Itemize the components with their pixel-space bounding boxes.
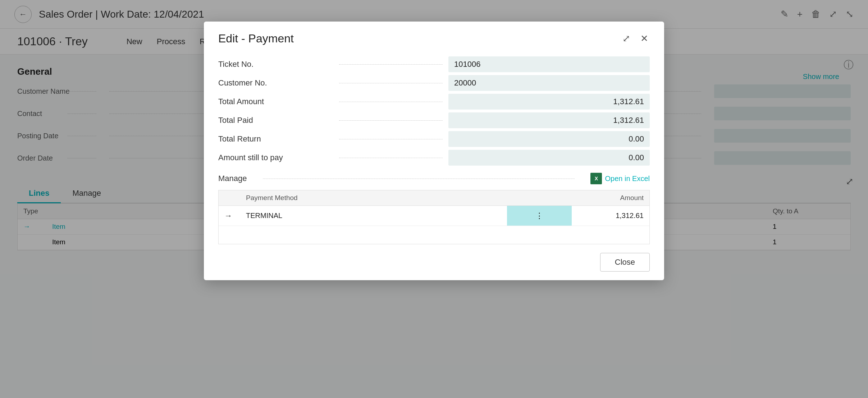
dotted-separator bbox=[339, 139, 443, 139]
amount-still-value: 0.00 bbox=[448, 150, 650, 166]
modal-header: Edit - Payment ⤢ ✕ bbox=[204, 22, 664, 53]
col-amount: Amount bbox=[572, 194, 644, 202]
modal-body: Ticket No. 101006 Customer No. 20000 Tot… bbox=[204, 53, 664, 244]
payment-row-empty bbox=[219, 226, 649, 244]
col-payment-method: Payment Method bbox=[246, 194, 507, 202]
excel-label: Open in Excel bbox=[605, 175, 650, 183]
ticket-no-row: Ticket No. 101006 bbox=[218, 56, 650, 72]
payment-table-header: Payment Method Amount bbox=[219, 190, 649, 206]
excel-icon: X bbox=[590, 173, 602, 184]
open-in-excel-button[interactable]: X Open in Excel bbox=[590, 173, 650, 184]
manage-row: Manage X Open in Excel bbox=[218, 173, 650, 184]
close-button[interactable]: Close bbox=[600, 253, 650, 272]
manage-dotted bbox=[263, 179, 575, 179]
ticket-no-value: 101006 bbox=[448, 56, 650, 72]
modal-overlay: Edit - Payment ⤢ ✕ Ticket No. 101006 Cus… bbox=[0, 0, 868, 398]
customer-no-label: Customer No. bbox=[218, 78, 333, 88]
edit-payment-modal: Edit - Payment ⤢ ✕ Ticket No. 101006 Cus… bbox=[204, 22, 664, 280]
row1-options-button[interactable]: ⋮ bbox=[507, 206, 572, 226]
dotted-separator bbox=[339, 120, 443, 121]
total-return-label: Total Return bbox=[218, 134, 333, 144]
row1-arrow: → bbox=[224, 211, 246, 221]
modal-expand-icon[interactable]: ⤢ bbox=[621, 32, 632, 46]
total-return-value: 0.00 bbox=[448, 131, 650, 147]
row1-amount: 1,312.61 bbox=[572, 212, 644, 220]
total-paid-label: Total Paid bbox=[218, 116, 333, 125]
total-return-row: Total Return 0.00 bbox=[218, 131, 650, 147]
total-amount-row: Total Amount 1,312.61 bbox=[218, 94, 650, 110]
total-amount-value: 1,312.61 bbox=[448, 94, 650, 110]
total-paid-row: Total Paid 1,312.61 bbox=[218, 112, 650, 128]
dotted-separator bbox=[339, 102, 443, 102]
manage-label: Manage bbox=[218, 174, 247, 183]
customer-no-row: Customer No. 20000 bbox=[218, 75, 650, 91]
row1-method: TERMINAL bbox=[246, 212, 507, 220]
modal-title: Edit - Payment bbox=[218, 32, 294, 45]
dotted-separator bbox=[339, 83, 443, 83]
dotted-separator bbox=[339, 158, 443, 158]
total-amount-label: Total Amount bbox=[218, 97, 333, 106]
payment-row: → TERMINAL ⋮ 1,312.61 bbox=[219, 206, 649, 226]
customer-no-value: 20000 bbox=[448, 75, 650, 91]
modal-close-icon[interactable]: ✕ bbox=[639, 32, 650, 46]
modal-footer: Close bbox=[204, 244, 664, 280]
ticket-no-label: Ticket No. bbox=[218, 60, 333, 69]
amount-still-row: Amount still to pay 0.00 bbox=[218, 150, 650, 166]
total-paid-value: 1,312.61 bbox=[448, 112, 650, 128]
payment-table: Payment Method Amount → TERMINAL ⋮ 1,312… bbox=[218, 190, 650, 244]
modal-header-icons: ⤢ ✕ bbox=[621, 32, 650, 46]
dotted-separator bbox=[339, 64, 443, 65]
amount-still-label: Amount still to pay bbox=[218, 153, 333, 162]
